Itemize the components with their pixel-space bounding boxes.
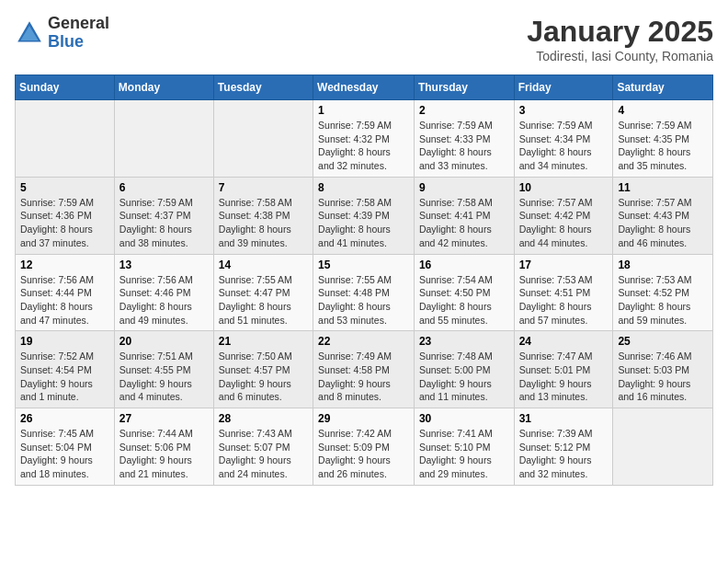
week-row-3: 12Sunrise: 7:56 AM Sunset: 4:44 PM Dayli… [16, 254, 713, 331]
day-number: 27 [119, 412, 209, 425]
day-number: 13 [119, 259, 209, 271]
calendar-cell [213, 100, 313, 178]
calendar-cell: 30Sunrise: 7:41 AM Sunset: 5:10 PM Dayli… [414, 408, 514, 486]
day-info: Sunrise: 7:59 AM Sunset: 4:37 PM Dayligh… [119, 196, 209, 250]
calendar-cell [16, 100, 115, 178]
day-info: Sunrise: 7:58 AM Sunset: 4:38 PM Dayligh… [219, 196, 308, 250]
day-number: 10 [519, 181, 609, 194]
title-block: January 2025 Todiresti, Iasi County, Rom… [527, 15, 713, 63]
day-info: Sunrise: 7:59 AM Sunset: 4:34 PM Dayligh… [519, 119, 609, 173]
day-info: Sunrise: 7:51 AM Sunset: 4:55 PM Dayligh… [119, 350, 209, 404]
logo-blue-text: Blue [48, 33, 109, 52]
calendar-cell: 8Sunrise: 7:58 AM Sunset: 4:39 PM Daylig… [313, 177, 415, 254]
calendar-cell: 4Sunrise: 7:59 AM Sunset: 4:35 PM Daylig… [613, 100, 713, 178]
day-number: 22 [318, 335, 409, 348]
day-info: Sunrise: 7:47 AM Sunset: 5:01 PM Dayligh… [519, 350, 609, 404]
day-number: 24 [519, 335, 609, 348]
day-info: Sunrise: 7:42 AM Sunset: 5:09 PM Dayligh… [318, 427, 409, 481]
day-number: 29 [318, 412, 409, 425]
logo: General Blue [15, 15, 109, 52]
header-friday: Friday [514, 75, 613, 100]
calendar-header: SundayMondayTuesdayWednesdayThursdayFrid… [16, 75, 713, 100]
day-info: Sunrise: 7:39 AM Sunset: 5:12 PM Dayligh… [519, 427, 609, 481]
calendar-cell: 27Sunrise: 7:44 AM Sunset: 5:06 PM Dayli… [114, 408, 213, 486]
day-info: Sunrise: 7:53 AM Sunset: 4:51 PM Dayligh… [519, 273, 609, 327]
header-sunday: Sunday [16, 75, 115, 100]
day-number: 5 [20, 181, 109, 194]
calendar-cell: 10Sunrise: 7:57 AM Sunset: 4:42 PM Dayli… [514, 177, 613, 254]
logo-icon [15, 18, 44, 48]
header-row: SundayMondayTuesdayWednesdayThursdayFrid… [16, 75, 713, 100]
day-info: Sunrise: 7:59 AM Sunset: 4:36 PM Dayligh… [20, 196, 109, 250]
month-title: January 2025 [527, 15, 713, 49]
day-number: 26 [20, 412, 109, 425]
header-saturday: Saturday [613, 75, 713, 100]
header-wednesday: Wednesday [313, 75, 415, 100]
day-number: 31 [519, 412, 609, 425]
day-number: 16 [419, 259, 509, 271]
day-number: 19 [20, 335, 109, 348]
calendar-cell: 5Sunrise: 7:59 AM Sunset: 4:36 PM Daylig… [16, 177, 115, 254]
day-number: 25 [618, 335, 708, 348]
calendar-cell: 6Sunrise: 7:59 AM Sunset: 4:37 PM Daylig… [114, 177, 213, 254]
calendar-cell: 7Sunrise: 7:58 AM Sunset: 4:38 PM Daylig… [213, 177, 313, 254]
day-number: 14 [219, 259, 308, 271]
day-number: 4 [618, 104, 708, 117]
calendar-cell: 31Sunrise: 7:39 AM Sunset: 5:12 PM Dayli… [514, 408, 613, 486]
day-number: 18 [618, 259, 708, 271]
calendar-table: SundayMondayTuesdayWednesdayThursdayFrid… [15, 75, 713, 486]
day-info: Sunrise: 7:49 AM Sunset: 4:58 PM Dayligh… [318, 350, 409, 404]
calendar-cell [114, 100, 213, 178]
day-info: Sunrise: 7:48 AM Sunset: 5:00 PM Dayligh… [419, 350, 509, 404]
day-info: Sunrise: 7:52 AM Sunset: 4:54 PM Dayligh… [20, 350, 109, 404]
day-number: 9 [419, 181, 509, 194]
logo-general-text: General [48, 15, 109, 33]
day-info: Sunrise: 7:59 AM Sunset: 4:32 PM Dayligh… [318, 119, 409, 173]
day-info: Sunrise: 7:55 AM Sunset: 4:48 PM Dayligh… [318, 273, 409, 327]
calendar-cell: 1Sunrise: 7:59 AM Sunset: 4:32 PM Daylig… [313, 100, 415, 178]
day-number: 12 [20, 259, 109, 271]
calendar-cell: 12Sunrise: 7:56 AM Sunset: 4:44 PM Dayli… [16, 254, 115, 331]
header-monday: Monday [114, 75, 213, 100]
day-info: Sunrise: 7:53 AM Sunset: 4:52 PM Dayligh… [618, 273, 708, 327]
day-number: 7 [219, 181, 308, 194]
logo-text: General Blue [48, 15, 109, 52]
calendar-cell: 25Sunrise: 7:46 AM Sunset: 5:03 PM Dayli… [613, 331, 713, 408]
day-info: Sunrise: 7:59 AM Sunset: 4:35 PM Dayligh… [618, 119, 708, 173]
calendar-cell: 20Sunrise: 7:51 AM Sunset: 4:55 PM Dayli… [114, 331, 213, 408]
calendar-cell: 21Sunrise: 7:50 AM Sunset: 4:57 PM Dayli… [213, 331, 313, 408]
day-number: 8 [318, 181, 409, 194]
day-info: Sunrise: 7:43 AM Sunset: 5:07 PM Dayligh… [219, 427, 308, 481]
calendar-cell: 15Sunrise: 7:55 AM Sunset: 4:48 PM Dayli… [313, 254, 415, 331]
location-subtitle: Todiresti, Iasi County, Romania [527, 49, 713, 63]
calendar-cell: 13Sunrise: 7:56 AM Sunset: 4:46 PM Dayli… [114, 254, 213, 331]
day-info: Sunrise: 7:58 AM Sunset: 4:41 PM Dayligh… [419, 196, 509, 250]
day-info: Sunrise: 7:58 AM Sunset: 4:39 PM Dayligh… [318, 196, 409, 250]
calendar-cell: 9Sunrise: 7:58 AM Sunset: 4:41 PM Daylig… [414, 177, 514, 254]
day-info: Sunrise: 7:44 AM Sunset: 5:06 PM Dayligh… [119, 427, 209, 481]
day-info: Sunrise: 7:57 AM Sunset: 4:42 PM Dayligh… [519, 196, 609, 250]
week-row-2: 5Sunrise: 7:59 AM Sunset: 4:36 PM Daylig… [16, 177, 713, 254]
calendar-cell: 14Sunrise: 7:55 AM Sunset: 4:47 PM Dayli… [213, 254, 313, 331]
day-number: 6 [119, 181, 209, 194]
calendar-cell: 29Sunrise: 7:42 AM Sunset: 5:09 PM Dayli… [313, 408, 415, 486]
day-info: Sunrise: 7:56 AM Sunset: 4:44 PM Dayligh… [20, 273, 109, 327]
day-number: 15 [318, 259, 409, 271]
header-tuesday: Tuesday [213, 75, 313, 100]
day-number: 3 [519, 104, 609, 117]
header-thursday: Thursday [414, 75, 514, 100]
calendar-cell: 17Sunrise: 7:53 AM Sunset: 4:51 PM Dayli… [514, 254, 613, 331]
day-info: Sunrise: 7:54 AM Sunset: 4:50 PM Dayligh… [419, 273, 509, 327]
calendar-cell: 28Sunrise: 7:43 AM Sunset: 5:07 PM Dayli… [213, 408, 313, 486]
week-row-5: 26Sunrise: 7:45 AM Sunset: 5:04 PM Dayli… [16, 408, 713, 486]
day-number: 21 [219, 335, 308, 348]
calendar-body: 1Sunrise: 7:59 AM Sunset: 4:32 PM Daylig… [16, 100, 713, 486]
calendar-cell: 22Sunrise: 7:49 AM Sunset: 4:58 PM Dayli… [313, 331, 415, 408]
calendar-cell: 16Sunrise: 7:54 AM Sunset: 4:50 PM Dayli… [414, 254, 514, 331]
calendar-cell: 18Sunrise: 7:53 AM Sunset: 4:52 PM Dayli… [613, 254, 713, 331]
calendar-cell: 11Sunrise: 7:57 AM Sunset: 4:43 PM Dayli… [613, 177, 713, 254]
day-number: 30 [419, 412, 509, 425]
day-number: 2 [419, 104, 509, 117]
calendar-cell: 24Sunrise: 7:47 AM Sunset: 5:01 PM Dayli… [514, 331, 613, 408]
day-info: Sunrise: 7:55 AM Sunset: 4:47 PM Dayligh… [219, 273, 308, 327]
